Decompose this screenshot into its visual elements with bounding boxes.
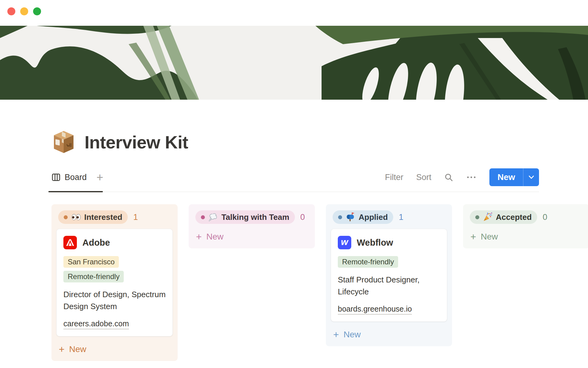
column-applied: Applied 1 w Webflow Remote-friendly Staf… — [326, 204, 452, 346]
column-accepted: Accepted 0 + New — [463, 204, 588, 248]
add-card-button-accepted[interactable]: + New — [468, 229, 584, 243]
new-button-group: New — [489, 168, 539, 186]
column-header-talking-with-team[interactable]: Talking with Team — [195, 210, 295, 224]
card-link[interactable]: boards.greenhouse.io — [338, 305, 412, 315]
webflow-logo-icon: w — [338, 236, 351, 249]
column-header-accepted[interactable]: Accepted — [470, 210, 537, 224]
tab-board-view[interactable]: Board — [51, 173, 87, 182]
card-role: Staff Product Designer, Lifecycle — [338, 274, 440, 298]
window-controls — [7, 7, 41, 15]
status-dot — [338, 215, 342, 219]
column-count: 1 — [133, 213, 138, 222]
column-count: 0 — [543, 213, 547, 222]
plus-icon: + — [196, 232, 202, 242]
card-link[interactable]: careers.adobe.com — [63, 319, 129, 329]
page-title[interactable]: Interview Kit — [85, 132, 188, 152]
add-view-button[interactable]: + — [96, 171, 103, 183]
eyes-emoji-icon — [71, 212, 81, 222]
chevron-down-icon — [529, 175, 534, 179]
minimize-window-button[interactable] — [20, 7, 28, 15]
add-card-button-interested[interactable]: + New — [56, 341, 173, 356]
new-dropdown-button[interactable] — [523, 168, 539, 186]
column-count: 1 — [399, 213, 403, 222]
column-label: Interested — [84, 213, 122, 222]
adobe-logo-icon — [63, 236, 77, 249]
column-count: 0 — [300, 213, 305, 222]
column-header-applied[interactable]: Applied — [333, 210, 393, 224]
column-label: Applied — [359, 213, 388, 222]
ellipsis-icon — [466, 175, 477, 179]
party-popper-emoji-icon — [483, 212, 492, 222]
status-dot — [201, 215, 205, 219]
card-company-name: Adobe — [82, 238, 110, 248]
status-dot — [475, 215, 479, 219]
board-tab-label: Board — [65, 173, 87, 182]
kanban-board: Interested 1 Adobe San Franc — [51, 204, 588, 361]
close-window-button[interactable] — [7, 7, 15, 15]
new-card-label: New — [344, 330, 361, 339]
column-interested: Interested 1 Adobe San Franc — [51, 204, 178, 361]
column-label: Accepted — [496, 213, 532, 222]
column-label: Talking with Team — [221, 213, 289, 222]
active-tab-indicator — [48, 191, 103, 192]
page-icon-package[interactable] — [51, 130, 76, 154]
plus-icon: + — [59, 344, 65, 354]
column-talking-with-team: Talking with Team 0 + New — [189, 204, 315, 248]
filter-button[interactable]: Filter — [385, 173, 403, 182]
card-role: Director of Design, Spectrum Design Syst… — [63, 289, 166, 312]
search-button[interactable] — [444, 173, 453, 182]
tag-remote-friendly: Remote-friendly — [338, 256, 398, 268]
new-card-label: New — [69, 344, 86, 354]
new-card-label: New — [206, 232, 224, 242]
search-icon — [444, 173, 453, 182]
plus-icon: + — [333, 330, 339, 339]
sort-button[interactable]: Sort — [416, 173, 432, 182]
tag-san-francisco: San Francisco — [63, 256, 119, 268]
add-card-button-talking-with-team[interactable]: + New — [194, 229, 310, 243]
new-card-label: New — [481, 232, 498, 242]
column-header-interested[interactable]: Interested — [58, 210, 128, 224]
card-webflow[interactable]: w Webflow Remote-friendly Staff Product … — [331, 229, 447, 322]
page-cover-image[interactable] — [0, 26, 588, 100]
package-icon — [51, 130, 76, 154]
mailbox-emoji-icon — [345, 212, 355, 222]
plus-icon: + — [470, 232, 476, 242]
card-adobe[interactable]: Adobe San Francisco Remote-friendly Dire… — [56, 229, 173, 336]
zoom-window-button[interactable] — [33, 7, 41, 15]
add-card-button-applied[interactable]: + New — [331, 327, 447, 341]
monstera-leaves-illustration — [0, 26, 588, 100]
new-button[interactable]: New — [489, 168, 523, 186]
board-view-icon — [51, 173, 61, 182]
card-company-name: Webflow — [357, 238, 393, 248]
tag-remote-friendly: Remote-friendly — [63, 271, 124, 282]
window-titlebar — [0, 0, 588, 26]
status-dot — [64, 215, 68, 219]
more-options-button[interactable] — [466, 175, 477, 179]
thought-balloon-emoji-icon — [208, 212, 218, 222]
